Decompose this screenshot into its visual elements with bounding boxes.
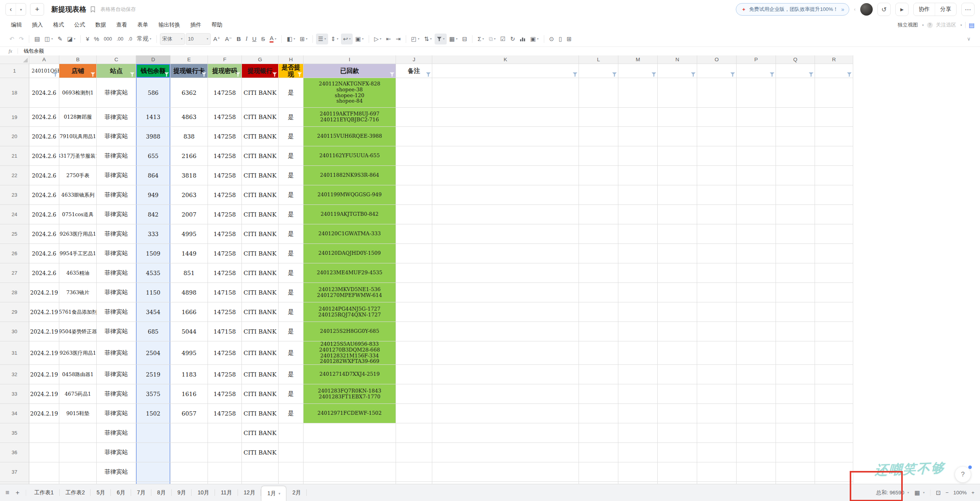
row-header-36[interactable]: 36: [0, 443, 29, 462]
clear-rows-icon[interactable]: ⊟: [460, 34, 469, 44]
cell-D21[interactable]: 655: [136, 146, 170, 166]
row-header-18[interactable]: 18: [0, 78, 29, 108]
header-cell-Q[interactable]: [776, 64, 815, 78]
cell-L35[interactable]: [579, 423, 618, 443]
cell-A18[interactable]: 2024.2.6: [29, 78, 59, 108]
cell-A25[interactable]: 2024.2.6: [29, 224, 59, 244]
cell-D27[interactable]: 4535: [136, 263, 170, 283]
cell-A20[interactable]: 2024.2.6: [29, 127, 59, 146]
pivot-icon[interactable]: ⧉▾: [487, 34, 498, 44]
cell-J22[interactable]: [396, 166, 432, 185]
sheet-tab-8月[interactable]: 8月: [151, 484, 172, 501]
cell-P22[interactable]: [737, 166, 776, 185]
font-size-down-icon[interactable]: A⁻: [223, 34, 234, 44]
column-header-D[interactable]: D: [136, 55, 170, 64]
cell-P30[interactable]: [737, 322, 776, 341]
cell-F36[interactable]: [208, 443, 242, 462]
cell-P36[interactable]: [737, 443, 776, 462]
filter-icon[interactable]: [730, 72, 735, 77]
find-replace-icon[interactable]: ⊙: [547, 34, 556, 44]
sheet-tab-12月[interactable]: 12月: [238, 484, 261, 501]
column-header-C[interactable]: C: [97, 55, 136, 64]
cell-Q35[interactable]: [776, 423, 815, 443]
cell-R26[interactable]: [815, 244, 853, 263]
grid-view-switch[interactable]: ▦ ▾: [914, 489, 925, 496]
cell-H24[interactable]: 是: [279, 205, 304, 224]
cell-B35[interactable]: [59, 423, 97, 443]
cell-A29[interactable]: 2024.2.19: [29, 302, 59, 322]
menu-item-4[interactable]: 数据: [95, 21, 106, 28]
header-cell-B[interactable]: 店铺: [59, 64, 97, 78]
cell-B28[interactable]: 7363镜片: [59, 283, 97, 302]
cell-E29[interactable]: 1666: [170, 302, 208, 322]
underline-icon[interactable]: U: [250, 34, 258, 44]
header-cell-O[interactable]: [697, 64, 737, 78]
menu-item-6[interactable]: 表单: [137, 21, 148, 28]
cell-N36[interactable]: [658, 443, 697, 462]
cell-B34[interactable]: 9015鞋垫: [59, 404, 97, 423]
tab-caret-icon[interactable]: ▾: [279, 492, 281, 496]
cell-N34[interactable]: [658, 404, 697, 423]
cell-J28[interactable]: [396, 283, 432, 302]
cell-J37[interactable]: [396, 462, 432, 482]
cell-K21[interactable]: [432, 146, 579, 166]
filter-icon[interactable]: [201, 72, 206, 77]
cell-R30[interactable]: [815, 322, 853, 341]
cell-O18[interactable]: [697, 78, 737, 108]
cell-N35[interactable]: [658, 423, 697, 443]
column-header-Q[interactable]: Q: [776, 55, 815, 64]
cell-H31[interactable]: 是: [279, 341, 304, 365]
cell-E18[interactable]: 6362: [170, 78, 208, 108]
new-tab-button[interactable]: +: [30, 3, 44, 16]
redo-icon[interactable]: ↷: [17, 34, 26, 44]
number-format-select[interactable]: 常规▾: [135, 34, 153, 44]
filter-icon[interactable]: [426, 72, 431, 77]
cell-P26[interactable]: [737, 244, 776, 263]
cell-E27[interactable]: 851: [170, 263, 208, 283]
column-header-L[interactable]: L: [579, 55, 618, 64]
cell-P27[interactable]: [737, 263, 776, 283]
cell-C19[interactable]: 菲律宾站: [97, 108, 136, 127]
cell-K23[interactable]: [432, 185, 579, 205]
cell-C30[interactable]: 菲律宾站: [97, 322, 136, 341]
font-color-icon[interactable]: A▾: [268, 34, 278, 44]
header-cell-H[interactable]: 是否提现: [279, 64, 304, 78]
cell-D36[interactable]: [136, 443, 170, 462]
sheet-tab-1月[interactable]: 1月▾: [261, 486, 286, 501]
cell-N30[interactable]: [658, 322, 697, 341]
cell-C25[interactable]: 菲律宾站: [97, 224, 136, 244]
cell-P32[interactable]: [737, 365, 776, 384]
cell-E36[interactable]: [170, 443, 208, 462]
cell-H37[interactable]: [279, 462, 304, 482]
menu-item-3[interactable]: 公式: [74, 21, 85, 28]
cell-M34[interactable]: [618, 404, 658, 423]
cell-H22[interactable]: 是: [279, 166, 304, 185]
cell-R36[interactable]: [815, 443, 853, 462]
cell-Q31[interactable]: [776, 341, 815, 365]
cell-L20[interactable]: [579, 127, 618, 146]
row-header-19[interactable]: 19: [0, 108, 29, 127]
column-header-B[interactable]: B: [59, 55, 97, 64]
cell-H23[interactable]: 是: [279, 185, 304, 205]
sheet-tab-5月[interactable]: 5月: [91, 484, 111, 501]
cell-J29[interactable]: [396, 302, 432, 322]
header-cell-N[interactable]: [658, 64, 697, 78]
fill-color-icon[interactable]: ◧▾: [285, 34, 297, 44]
decimal-increase-icon[interactable]: .00: [115, 34, 125, 44]
cell-Q27[interactable]: [776, 263, 815, 283]
filter-icon[interactable]: [389, 72, 394, 77]
cell-H35[interactable]: [279, 423, 304, 443]
cell-J30[interactable]: [396, 322, 432, 341]
header-cell-P[interactable]: [737, 64, 776, 78]
cell-B36[interactable]: [59, 443, 97, 462]
cell-K36[interactable]: [432, 443, 579, 462]
cell-E34[interactable]: 6057: [170, 404, 208, 423]
cell-N25[interactable]: [658, 224, 697, 244]
sheet-tab-6月[interactable]: 6月: [111, 484, 131, 501]
cell-D26[interactable]: 1509: [136, 244, 170, 263]
cell-F28[interactable]: 147158: [208, 283, 242, 302]
cell-F31[interactable]: 147258: [208, 341, 242, 365]
cell-C33[interactable]: 菲律宾站: [97, 384, 136, 404]
cell-E30[interactable]: 5044: [170, 322, 208, 341]
cell-J24[interactable]: [396, 205, 432, 224]
